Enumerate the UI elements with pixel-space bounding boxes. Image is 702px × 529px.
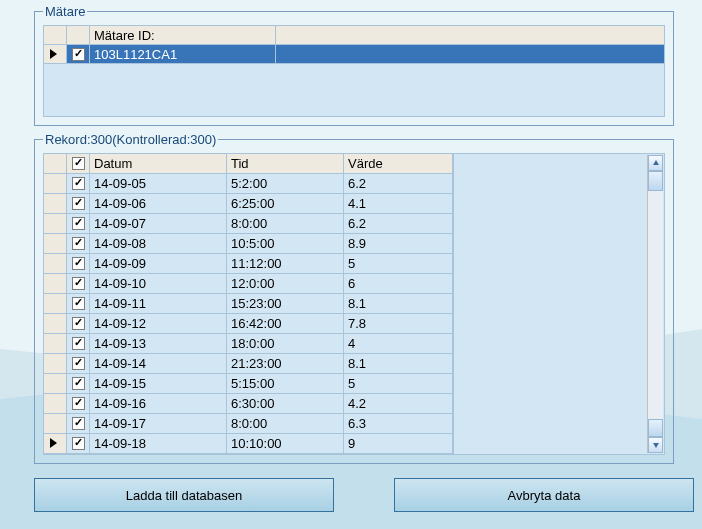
- table-row[interactable]: 14-09-0911:12:005: [44, 254, 453, 274]
- checkbox-icon: [72, 317, 85, 330]
- table-row[interactable]: 14-09-1012:0:006: [44, 274, 453, 294]
- table-row[interactable]: 14-09-1216:42:007.8: [44, 314, 453, 334]
- matare-empty-space: [44, 64, 664, 116]
- row-indicator: [44, 354, 67, 373]
- row-check[interactable]: [67, 214, 90, 233]
- row-check[interactable]: [67, 394, 90, 413]
- checkbox-icon: [72, 297, 85, 310]
- cell-datum: 14-09-08: [90, 234, 227, 253]
- rekord-col-datum[interactable]: Datum: [90, 154, 227, 173]
- scroll-up-icon[interactable]: [648, 155, 663, 171]
- row-indicator: [44, 374, 67, 393]
- checkbox-icon: [72, 48, 85, 61]
- scroll-track[interactable]: [648, 171, 663, 437]
- checkbox-icon: [72, 437, 85, 450]
- rekord-col-varde[interactable]: Värde: [344, 154, 453, 173]
- row-indicator: [44, 214, 67, 233]
- row-indicator: [44, 274, 67, 293]
- row-indicator: [44, 434, 67, 453]
- cell-datum: 14-09-14: [90, 354, 227, 373]
- table-row[interactable]: 103L1121CA1: [44, 45, 664, 64]
- table-row[interactable]: 14-09-1318:0:004: [44, 334, 453, 354]
- scroll-thumb-bottom[interactable]: [648, 419, 663, 437]
- table-row[interactable]: 14-09-1421:23:008.1: [44, 354, 453, 374]
- rekord-header-check[interactable]: [67, 154, 90, 173]
- table-row[interactable]: 14-09-066:25:004.1: [44, 194, 453, 214]
- cell-tid: 10:10:00: [227, 434, 344, 453]
- rekord-col-tid[interactable]: Tid: [227, 154, 344, 173]
- row-indicator: [44, 294, 67, 313]
- row-check[interactable]: [67, 314, 90, 333]
- cell-varde: 8.9: [344, 234, 453, 253]
- scroll-thumb[interactable]: [648, 171, 663, 191]
- table-row[interactable]: 14-09-155:15:005: [44, 374, 453, 394]
- checkbox-icon: [72, 357, 85, 370]
- row-check[interactable]: [67, 254, 90, 273]
- cell-datum: 14-09-12: [90, 314, 227, 333]
- cell-datum: 14-09-18: [90, 434, 227, 453]
- cell-datum: 14-09-06: [90, 194, 227, 213]
- scrollbar[interactable]: [647, 155, 663, 453]
- table-row[interactable]: 14-09-1810:10:009: [44, 434, 453, 454]
- cell-varde: 6: [344, 274, 453, 293]
- row-check[interactable]: [67, 434, 90, 453]
- cell-tid: 8:0:00: [227, 214, 344, 233]
- row-indicator: [44, 194, 67, 213]
- rekord-grid: Datum Tid Värde 14-09-055:2:006.214-09-0…: [43, 153, 454, 455]
- cell-varde: 8.1: [344, 294, 453, 313]
- row-check[interactable]: [67, 374, 90, 393]
- cell-tid: 18:0:00: [227, 334, 344, 353]
- table-row[interactable]: 14-09-166:30:004.2: [44, 394, 453, 414]
- row-check[interactable]: [67, 234, 90, 253]
- checkbox-icon: [72, 397, 85, 410]
- table-row[interactable]: 14-09-055:2:006.2: [44, 174, 453, 194]
- row-check[interactable]: [67, 354, 90, 373]
- checkbox-icon: [72, 337, 85, 350]
- rekord-header-row: Datum Tid Värde: [44, 154, 453, 174]
- row-check[interactable]: [67, 334, 90, 353]
- row-check[interactable]: [67, 274, 90, 293]
- matare-legend: Mätare: [43, 4, 87, 19]
- table-row[interactable]: 14-09-178:0:006.3: [44, 414, 453, 434]
- row-indicator: [44, 334, 67, 353]
- row-check[interactable]: [67, 45, 90, 63]
- matare-header-row: Mätare ID:: [44, 26, 664, 45]
- cell-varde: 6.2: [344, 174, 453, 193]
- row-indicator: [44, 234, 67, 253]
- row-indicator: [44, 174, 67, 193]
- checkbox-icon: [72, 277, 85, 290]
- current-row-icon: [50, 49, 57, 59]
- matare-header-check[interactable]: [67, 26, 90, 44]
- checkbox-icon: [72, 417, 85, 430]
- matare-col-id[interactable]: Mätare ID:: [90, 26, 276, 44]
- cell-datum: 14-09-05: [90, 174, 227, 193]
- scroll-down-icon[interactable]: [648, 437, 663, 453]
- cell-varde: 5: [344, 374, 453, 393]
- rekord-header-rowhead: [44, 154, 67, 173]
- load-button[interactable]: Ladda till databasen: [34, 478, 334, 512]
- abort-button[interactable]: Avbryta data: [394, 478, 694, 512]
- cell-tid: 16:42:00: [227, 314, 344, 333]
- table-row[interactable]: 14-09-078:0:006.2: [44, 214, 453, 234]
- cell-datum: 14-09-15: [90, 374, 227, 393]
- row-check[interactable]: [67, 174, 90, 193]
- cell-varde: 7.8: [344, 314, 453, 333]
- checkbox-icon: [72, 237, 85, 250]
- cell-tid: 6:30:00: [227, 394, 344, 413]
- row-indicator: [44, 45, 67, 63]
- cell-varde: 6.3: [344, 414, 453, 433]
- cell-tid: 11:12:00: [227, 254, 344, 273]
- cell-datum: 14-09-09: [90, 254, 227, 273]
- cell-tid: 5:15:00: [227, 374, 344, 393]
- row-check[interactable]: [67, 294, 90, 313]
- cell-tid: 21:23:00: [227, 354, 344, 373]
- checkbox-icon: [72, 157, 85, 170]
- row-check[interactable]: [67, 414, 90, 433]
- cell-varde: 4.1: [344, 194, 453, 213]
- table-row[interactable]: 14-09-1115:23:008.1: [44, 294, 453, 314]
- table-row[interactable]: 14-09-0810:5:008.9: [44, 234, 453, 254]
- row-check[interactable]: [67, 194, 90, 213]
- cell-tid: 12:0:00: [227, 274, 344, 293]
- cell-id: 103L1121CA1: [90, 45, 276, 63]
- row-indicator: [44, 414, 67, 433]
